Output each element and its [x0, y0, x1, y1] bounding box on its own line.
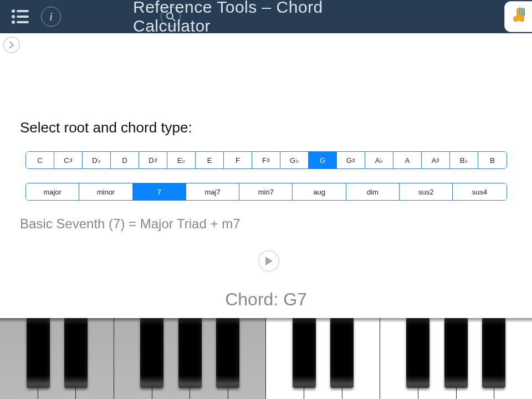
piano-black-key[interactable] — [178, 318, 202, 388]
root-note-option[interactable]: F♯ — [252, 152, 280, 168]
chord-type-option[interactable]: major — [26, 183, 79, 200]
info-icon[interactable]: i — [41, 7, 61, 27]
svg-point-4 — [12, 21, 15, 24]
root-note-option[interactable]: A♭ — [365, 152, 393, 168]
root-note-option[interactable]: C — [26, 152, 54, 168]
root-note-option[interactable]: A — [393, 152, 422, 168]
piano-black-key[interactable] — [140, 318, 163, 388]
root-note-option[interactable]: G♯ — [337, 152, 365, 168]
chord-description: Basic Seventh (7) = Major Triad + m7 — [20, 216, 241, 232]
root-note-option[interactable]: E — [196, 152, 224, 168]
page-title: Reference Tools – Chord Calculator — [133, 0, 399, 35]
piano-black-key[interactable] — [444, 318, 468, 388]
root-note-option[interactable]: D♭ — [83, 152, 111, 168]
chord-type-option[interactable]: dim — [346, 183, 400, 200]
root-note-option[interactable]: C♯ — [54, 152, 83, 168]
chord-type-selector: majorminor7maj7min7augdimsus2sus4 — [25, 183, 507, 201]
expand-panel-icon[interactable] — [3, 37, 20, 53]
root-note-option[interactable]: B♭ — [450, 152, 478, 168]
piano-black-key[interactable] — [406, 318, 429, 388]
play-icon[interactable] — [258, 250, 279, 272]
svg-rect-8 — [519, 7, 520, 15]
root-note-option[interactable]: G — [309, 152, 337, 168]
menu-icon[interactable] — [11, 9, 29, 24]
root-note-option[interactable]: D — [111, 152, 139, 168]
svg-marker-11 — [265, 257, 273, 265]
chord-type-option[interactable]: maj7 — [186, 183, 239, 200]
piano-black-key[interactable] — [64, 318, 88, 388]
piano-black-key[interactable] — [330, 318, 354, 388]
root-note-option[interactable]: B — [478, 152, 507, 168]
svg-rect-9 — [521, 8, 523, 16]
chord-type-option[interactable]: aug — [293, 183, 346, 200]
prompt-label: Select root and chord type: — [20, 119, 192, 136]
root-note-option[interactable]: A♯ — [422, 152, 450, 168]
piano-black-key[interactable] — [482, 318, 505, 388]
chord-type-option[interactable]: min7 — [239, 183, 293, 200]
svg-point-2 — [12, 15, 15, 18]
svg-rect-1 — [17, 10, 29, 12]
piano-keyboard[interactable]: GABCDEFGABCMiddleDEF — [0, 318, 532, 399]
chord-type-option[interactable]: 7 — [133, 183, 186, 200]
chord-name-label: Chord: G7 — [0, 289, 532, 310]
root-note-selector: CC♯D♭DD♯E♭EFF♯G♭GG♯A♭AA♯B♭B — [25, 151, 507, 169]
piano-black-key[interactable] — [293, 318, 316, 388]
svg-point-0 — [12, 9, 15, 13]
piano-black-key[interactable] — [216, 318, 239, 388]
app-logo[interactable] — [504, 1, 532, 32]
svg-rect-10 — [524, 8, 525, 16]
svg-rect-5 — [17, 21, 29, 23]
root-note-option[interactable]: E♭ — [167, 152, 196, 168]
svg-rect-3 — [17, 16, 29, 18]
piano-black-key[interactable] — [27, 318, 50, 388]
chord-type-option[interactable]: sus2 — [400, 183, 453, 200]
chord-type-option[interactable]: minor — [79, 183, 132, 200]
root-note-option[interactable]: F — [224, 152, 252, 168]
header-bar: i Reference Tools – Chord Calculator — [0, 0, 532, 33]
chord-type-option[interactable]: sus4 — [453, 183, 506, 200]
root-note-option[interactable]: D♯ — [139, 152, 167, 168]
root-note-option[interactable]: G♭ — [280, 152, 309, 168]
